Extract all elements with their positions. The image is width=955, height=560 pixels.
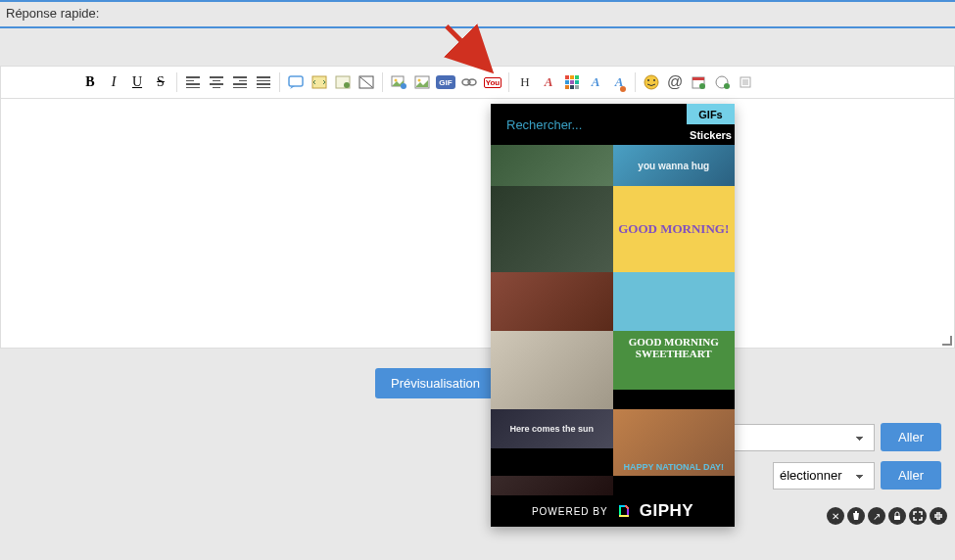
- svg-rect-31: [619, 515, 629, 517]
- gif-thumbnail[interactable]: [491, 476, 613, 495]
- heading-icon: H: [520, 74, 529, 90]
- svg-rect-30: [619, 505, 626, 507]
- strike-button[interactable]: S: [150, 71, 171, 93]
- svg-rect-1: [312, 76, 326, 88]
- bottom-bar: Prévisualisation Sau Aller électionner A…: [0, 349, 955, 505]
- close-icon[interactable]: ✕: [827, 507, 844, 525]
- collapse-icon[interactable]: [930, 507, 947, 525]
- color-icon: [565, 75, 579, 89]
- code-icon: [311, 75, 327, 89]
- giphy-tab-gifs[interactable]: GIFs: [687, 104, 735, 124]
- color-button[interactable]: [561, 71, 583, 93]
- reply-title: Réponse rapide:: [6, 6, 99, 21]
- other-button[interactable]: [735, 71, 756, 93]
- svg-point-3: [344, 82, 350, 88]
- hidden-button[interactable]: [356, 71, 377, 93]
- resize-handle[interactable]: [940, 334, 954, 348]
- image-host-icon: [391, 75, 406, 89]
- svg-point-10: [418, 79, 421, 82]
- heading-button[interactable]: H: [514, 71, 536, 93]
- giphy-popup: GIFs Stickers you wanna hug GOOD MORNING…: [491, 104, 735, 527]
- svg-point-13: [645, 75, 658, 89]
- gif-thumbnail[interactable]: HAPPY NATIONAL DAY!: [613, 409, 736, 476]
- select-action[interactable]: électionner: [773, 462, 875, 490]
- mention-button[interactable]: @: [664, 71, 686, 93]
- form-row: électionner Aller: [6, 461, 949, 490]
- other-icon: [739, 75, 752, 89]
- svg-point-14: [647, 79, 649, 81]
- giphy-brand-text: GIPHY: [640, 501, 693, 521]
- gif-thumbnail[interactable]: [491, 145, 613, 186]
- emoji-button[interactable]: [641, 71, 662, 93]
- spoiler-button[interactable]: [332, 71, 354, 93]
- footer-admin-icons: ✕ ↗: [0, 505, 955, 527]
- image-host-button[interactable]: [388, 71, 409, 93]
- go-button-2[interactable]: Aller: [881, 461, 941, 490]
- align-justify-button[interactable]: [253, 71, 274, 93]
- giphy-tab-stickers[interactable]: Stickers: [687, 124, 735, 145]
- font-other-button[interactable]: A: [608, 71, 630, 93]
- date-icon: [692, 75, 705, 89]
- svg-line-5: [360, 77, 372, 87]
- italic-button[interactable]: I: [103, 71, 124, 93]
- gif-thumbnail[interactable]: GOOD MORNING SWEETHEART: [613, 272, 736, 390]
- align-right-button[interactable]: [229, 71, 251, 93]
- svg-rect-34: [627, 507, 629, 509]
- align-left-icon: [186, 76, 200, 88]
- preview-button[interactable]: Prévisualisation: [375, 368, 496, 398]
- code-button[interactable]: [309, 71, 330, 93]
- align-center-icon: [210, 76, 223, 88]
- annotation-arrow: [442, 22, 499, 81]
- giphy-footer: POWERED BY GIPHY: [491, 495, 735, 527]
- svg-point-8: [401, 83, 406, 89]
- editor-textarea[interactable]: [0, 99, 955, 349]
- giphy-powered-text: POWERED BY: [532, 506, 608, 517]
- font-family-icon: A: [592, 74, 600, 90]
- svg-point-20: [724, 83, 730, 89]
- font-other-icon: A: [615, 74, 624, 90]
- date-button[interactable]: [688, 71, 709, 93]
- svg-rect-0: [289, 76, 303, 86]
- align-center-button[interactable]: [206, 71, 227, 93]
- emoji-icon: [644, 74, 659, 90]
- quote-icon: [288, 75, 304, 89]
- font-size-icon: A: [545, 74, 553, 90]
- giphy-grid: you wanna hug GOOD MORNING! GOOD MORNING…: [491, 145, 735, 495]
- giphy-logo-icon: [616, 503, 632, 519]
- gif-thumbnail[interactable]: you wanna hug: [613, 145, 736, 186]
- more-icon: [714, 74, 730, 90]
- svg-point-15: [653, 79, 655, 81]
- gif-thumbnail[interactable]: [491, 272, 613, 331]
- hidden-icon: [358, 75, 374, 89]
- spoiler-icon: [335, 75, 351, 89]
- trash-icon[interactable]: [847, 507, 865, 525]
- image-icon: [414, 75, 430, 89]
- mention-icon: @: [667, 73, 683, 91]
- lock-icon[interactable]: [888, 507, 906, 525]
- align-justify-icon: [257, 76, 270, 88]
- gif-thumbnail[interactable]: GOOD MORNING!: [613, 186, 736, 272]
- more-button[interactable]: [711, 71, 733, 93]
- arrow-icon[interactable]: ↗: [868, 507, 885, 525]
- font-family-button[interactable]: A: [585, 71, 606, 93]
- giphy-search-input[interactable]: [491, 104, 687, 145]
- align-left-button[interactable]: [182, 71, 204, 93]
- align-right-icon: [233, 76, 247, 88]
- expand-icon[interactable]: [909, 507, 927, 525]
- underline-button[interactable]: U: [126, 71, 148, 93]
- image-button[interactable]: [411, 71, 433, 93]
- bold-button[interactable]: B: [79, 71, 101, 93]
- quote-button[interactable]: [285, 71, 307, 93]
- svg-rect-25: [894, 516, 900, 520]
- go-button-1[interactable]: Aller: [881, 423, 941, 451]
- gif-thumbnail[interactable]: [491, 331, 613, 409]
- form-row: Sau Aller: [6, 423, 949, 451]
- gif-thumbnail[interactable]: Here comes the sun: [491, 409, 613, 448]
- font-size-button[interactable]: A: [538, 71, 559, 93]
- svg-point-18: [699, 83, 705, 89]
- svg-line-27: [447, 26, 488, 68]
- svg-rect-17: [692, 77, 704, 80]
- gif-thumbnail[interactable]: [491, 186, 613, 272]
